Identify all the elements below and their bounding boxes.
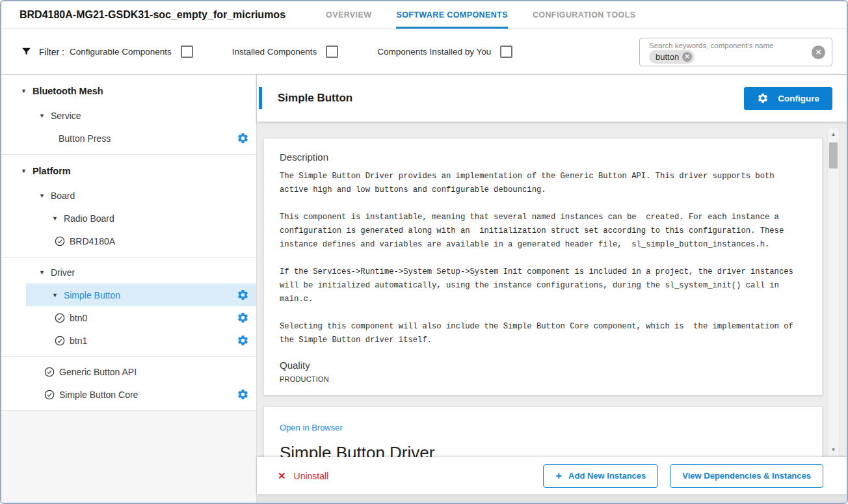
- checkbox-installed-components[interactable]: [326, 46, 338, 58]
- expander-arrow-icon[interactable]: ▼: [21, 88, 27, 94]
- expander-arrow-icon[interactable]: ▼: [21, 168, 27, 174]
- uninstall-label: Uninstall: [294, 471, 329, 481]
- expander-arrow-icon[interactable]: ▼: [39, 113, 45, 119]
- chip-remove-icon[interactable]: ✕: [682, 52, 692, 62]
- search-placeholder: Search keywords, component's name: [649, 42, 807, 49]
- doc-title: Simple Button Driver: [280, 443, 806, 457]
- checkbox-configurable-components[interactable]: [181, 46, 193, 58]
- tree-item-button-press[interactable]: Button Press: [1, 127, 256, 150]
- tab-overview[interactable]: OVERVIEW: [326, 1, 371, 29]
- gear-icon[interactable]: [237, 334, 249, 347]
- installed-check-icon: [44, 367, 55, 377]
- gear-icon[interactable]: [237, 289, 249, 301]
- description-paragraphs: The Simple Button Driver provides an imp…: [280, 170, 806, 347]
- search-input[interactable]: Search keywords, component's name button…: [639, 38, 832, 66]
- checkbox-label: Configurable Components: [70, 47, 172, 57]
- quality-value: PRODUCTION: [280, 375, 806, 383]
- description-card: Description The Simple Button Driver pro…: [263, 138, 823, 395]
- action-bar: ✕ Uninstall + Add New Instances View Dep…: [257, 457, 847, 494]
- tree-item-label: btn1: [70, 336, 87, 346]
- add-new-instances-label: Add New Instances: [568, 471, 646, 481]
- tree-section: ▼Driver▼Simple Buttonbtn0btn1: [1, 258, 256, 356]
- description-paragraph: If the Services->Runtime->System Setup->…: [280, 265, 806, 306]
- description-paragraph: Selecting this component will also inclu…: [280, 320, 806, 347]
- filter-label: Filter :: [39, 47, 64, 57]
- tree-item-btn0[interactable]: btn0: [1, 306, 256, 329]
- search-chip[interactable]: button ✕: [649, 50, 695, 64]
- filter-group-installed-components: Installed Components: [232, 46, 339, 58]
- open-in-browser-link[interactable]: Open in Browser: [280, 423, 343, 432]
- expander-arrow-icon[interactable]: ▼: [52, 215, 58, 222]
- tree-item-label: Board: [51, 191, 75, 201]
- tree-item-simple-button-core[interactable]: Simple Button Core: [1, 383, 256, 406]
- search-chip-label: button: [656, 52, 679, 62]
- title-bar: BRD4180A-MG21-GSDK31-soc_empty_for_micri…: [1, 1, 847, 29]
- installed-check-icon: [55, 236, 65, 246]
- description-heading: Description: [280, 152, 806, 163]
- scrollbar-thumb[interactable]: [829, 142, 838, 168]
- scroll-up-icon[interactable]: ▲: [828, 129, 839, 140]
- tree-item-label: Generic Button API: [59, 367, 137, 377]
- vertical-scrollbar[interactable]: ▲ ▼: [827, 127, 840, 457]
- tree-item-simple-button[interactable]: ▼Simple Button: [1, 284, 256, 306]
- tree-section: Generic Button APISimple Button Core: [1, 357, 256, 410]
- uninstall-button[interactable]: ✕ Uninstall: [278, 470, 328, 482]
- tree-item-brd4180a[interactable]: BRD4180A: [1, 230, 256, 252]
- tree-section: ▼Bluetooth Mesh▼ServiceButton Press: [1, 75, 256, 154]
- filter-checkbox-groups: Configurable ComponentsInstalled Compone…: [64, 46, 512, 58]
- tab-software-components[interactable]: SOFTWARE COMPONENTS: [396, 1, 508, 29]
- filter-icon: [21, 46, 32, 57]
- tree-item-service[interactable]: ▼Service: [1, 104, 256, 127]
- installed-check-icon: [44, 390, 55, 400]
- expander-arrow-icon[interactable]: ▼: [39, 269, 45, 276]
- expander-arrow-icon[interactable]: ▼: [52, 292, 58, 298]
- checkbox-label: Installed Components: [232, 47, 317, 57]
- description-paragraph: The Simple Button Driver provides an imp…: [280, 170, 806, 197]
- component-title: Simple Button: [278, 92, 352, 105]
- expander-arrow-icon[interactable]: ▼: [39, 192, 45, 199]
- gear-icon: [757, 92, 769, 104]
- tree-sections: ▼Bluetooth Mesh▼ServiceButton Press▼Plat…: [1, 75, 256, 411]
- tree-item-label: Button Press: [59, 133, 111, 144]
- tree-item-generic-button-api[interactable]: Generic Button API: [1, 360, 256, 383]
- plus-icon: +: [555, 470, 562, 483]
- tree-item-label: Simple Button Core: [59, 390, 138, 400]
- detail-scroll-area: Description The Simple Button Driver pro…: [257, 122, 847, 457]
- filter-group-configurable-components: Configurable Components: [70, 46, 193, 58]
- tree-item-driver[interactable]: ▼Driver: [1, 261, 256, 284]
- filter-group-components-installed-by-you: Components Installed by You: [377, 46, 512, 58]
- tree-item-label: btn0: [70, 313, 87, 323]
- gear-icon[interactable]: [237, 388, 249, 401]
- tree-section: ▼Platform▼Board▼Radio BoardBRD4180A: [1, 155, 256, 257]
- gear-icon[interactable]: [237, 132, 249, 144]
- software-components-window: BRD4180A-MG21-GSDK31-soc_empty_for_micri…: [0, 0, 848, 504]
- uninstall-x-icon: ✕: [278, 470, 286, 482]
- tree-item-bluetooth-mesh[interactable]: ▼Bluetooth Mesh: [1, 78, 256, 104]
- footer-buttons: + Add New Instances View Dependencies & …: [543, 464, 823, 488]
- content-area: ▼Bluetooth Mesh▼ServiceButton Press▼Plat…: [1, 75, 847, 503]
- component-tree: ▼Bluetooth Mesh▼ServiceButton Press▼Plat…: [1, 75, 257, 503]
- tab-configuration-tools[interactable]: CONFIGURATION TOOLS: [533, 1, 636, 29]
- tree-item-label: Radio Board: [64, 213, 114, 224]
- tree-item-platform[interactable]: ▼Platform: [1, 158, 256, 184]
- tree-item-radio-board[interactable]: ▼Radio Board: [1, 207, 256, 230]
- installed-check-icon: [55, 313, 65, 323]
- component-detail-panel: Simple Button Configure Description The …: [257, 75, 847, 503]
- tree-item-label: Simple Button: [64, 290, 120, 300]
- tree-item-label: Driver: [51, 267, 75, 278]
- documentation-card: Open in Browser Simple Button Driver But…: [263, 406, 823, 457]
- tree-item-board[interactable]: ▼Board: [1, 184, 256, 207]
- search-clear-icon[interactable]: ✕: [812, 46, 825, 59]
- configure-button[interactable]: Configure: [744, 87, 832, 110]
- tree-item-label: Platform: [33, 166, 71, 176]
- add-new-instances-button[interactable]: + Add New Instances: [543, 464, 658, 488]
- view-dependencies-button[interactable]: View Dependencies & Instances: [670, 464, 823, 488]
- scroll-down-icon[interactable]: ▼: [828, 445, 839, 455]
- gear-icon[interactable]: [237, 312, 249, 324]
- configure-button-label: Configure: [778, 94, 819, 103]
- quality-heading: Quality: [280, 360, 806, 371]
- filter-bar: Filter : Configurable ComponentsInstalle…: [1, 29, 847, 75]
- checkbox-components-installed-by-you[interactable]: [500, 46, 512, 58]
- tree-item-label: Bluetooth Mesh: [33, 86, 103, 96]
- tree-item-btn1[interactable]: btn1: [1, 329, 256, 352]
